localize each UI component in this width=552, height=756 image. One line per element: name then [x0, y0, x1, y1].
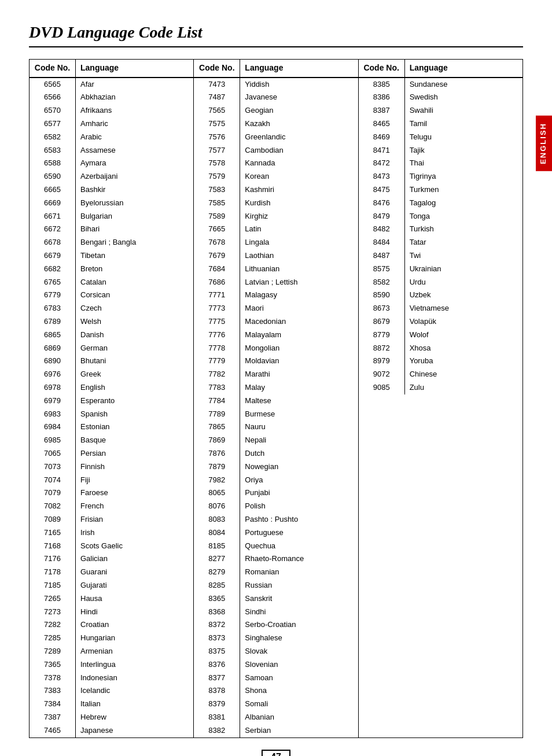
table-row: 6978English	[30, 381, 193, 394]
language-cell: Czech	[76, 302, 193, 315]
table-row: 7576Greenlandic	[194, 131, 358, 144]
table-row: 6789Welsh	[30, 315, 193, 329]
code-cell: 8473	[359, 170, 405, 183]
language-cell: Persian	[76, 447, 193, 460]
code-cell: 7678	[194, 236, 240, 249]
code-cell: 7565	[194, 104, 240, 117]
language-cell: Romanian	[240, 566, 358, 579]
language-cell: Swedish	[405, 91, 522, 104]
table-row: 7082French	[30, 500, 193, 513]
table-row: 6583Assamese	[30, 144, 193, 157]
table-row: 7575Kazakh	[194, 117, 358, 131]
language-cell: Latin	[240, 223, 358, 236]
code-cell: 7285	[30, 632, 76, 645]
table-row: 8487Twi	[359, 249, 522, 263]
language-cell: Basque	[76, 434, 193, 447]
table-row: 7686Latvian ; Lettish	[194, 276, 358, 289]
table-row: 7285Hungarian	[30, 632, 193, 645]
table-row: 7465Japanese	[30, 724, 193, 737]
language-cell: Galician	[76, 552, 193, 566]
code-cell: 8279	[194, 566, 240, 579]
code-cell: 6779	[30, 289, 76, 302]
language-cell: Tigrinya	[405, 170, 522, 183]
code-cell: 8382	[194, 724, 240, 737]
table-row: 7665Latin	[194, 223, 358, 236]
code-cell: 6985	[30, 434, 76, 447]
code-cell: 7876	[194, 447, 240, 460]
table-row: 6869German	[30, 342, 193, 355]
table-row: 6985Basque	[30, 434, 193, 447]
table-row: 7583Kashmiri	[194, 183, 358, 197]
table-row: 8076Polish	[194, 500, 358, 513]
header-lang-3: Language	[405, 60, 522, 77]
table-row: 7079Faroese	[30, 486, 193, 500]
code-cell: 7384	[30, 698, 76, 711]
language-cell: Slovenian	[240, 658, 358, 672]
table-row: 7273Hindi	[30, 606, 193, 619]
code-cell: 8779	[359, 329, 405, 342]
table-row: 6983Spanish	[30, 408, 193, 421]
code-cell: 6679	[30, 249, 76, 263]
language-cell: Bengari ; Bangla	[76, 236, 193, 249]
language-cell: Ukrainian	[405, 263, 522, 276]
language-cell: Marathi	[240, 368, 358, 381]
language-cell: Lingala	[240, 236, 358, 249]
code-cell: 7576	[194, 131, 240, 144]
code-cell: 7686	[194, 276, 240, 289]
code-cell: 7168	[30, 540, 76, 553]
language-cell: Turkmen	[405, 183, 522, 197]
column-group-1: Code No. Language 6565Afar6566Abkhazian6…	[30, 60, 194, 737]
code-cell: 8083	[194, 513, 240, 526]
code-cell: 8076	[194, 500, 240, 513]
table-row: 8379Somali	[194, 698, 358, 711]
code-cell: 8365	[194, 592, 240, 606]
code-cell: 7789	[194, 408, 240, 421]
language-cell: Nepali	[240, 434, 358, 447]
language-cell: Frisian	[76, 513, 193, 526]
language-cell: Kannada	[240, 157, 358, 170]
language-cell: Hausa	[76, 592, 193, 606]
language-cell: Swahili	[405, 104, 522, 117]
table-row: 7384Italian	[30, 698, 193, 711]
table-row: 8386Swedish	[359, 91, 522, 104]
language-cell: English	[76, 381, 193, 394]
language-cell: Polish	[240, 500, 358, 513]
code-cell: 7684	[194, 263, 240, 276]
language-cell: Hebrew	[76, 711, 193, 724]
code-cell: 6978	[30, 381, 76, 394]
code-cell: 8285	[194, 579, 240, 592]
code-cell: 9085	[359, 381, 405, 394]
language-cell: Greek	[76, 368, 193, 381]
language-cell: Laothian	[240, 249, 358, 263]
code-cell: 7465	[30, 724, 76, 737]
language-cell: Zulu	[405, 381, 522, 394]
code-cell: 6869	[30, 342, 76, 355]
language-cell: Breton	[76, 263, 193, 276]
language-cell: Assamese	[76, 144, 193, 157]
table-row: 8872Xhosa	[359, 342, 522, 355]
language-cell: Thai	[405, 157, 522, 170]
header-code-3: Code No.	[359, 60, 405, 77]
code-cell: 6582	[30, 131, 76, 144]
language-cell: Corsican	[76, 289, 193, 302]
code-cell: 6570	[30, 104, 76, 117]
code-cell: 6983	[30, 408, 76, 421]
code-cell: 7865	[194, 421, 240, 434]
language-cell: Yiddish	[240, 78, 358, 91]
table-row: 7473Yiddish	[194, 78, 358, 91]
code-cell: 8484	[359, 236, 405, 249]
column-group-2: Code No. Language 7473Yiddish7487Javanes…	[194, 60, 358, 737]
code-cell: 6665	[30, 183, 76, 197]
code-cell: 8386	[359, 91, 405, 104]
language-cell: Sanskrit	[240, 592, 358, 606]
language-cell: Azerbaijani	[76, 170, 193, 183]
table-row: 7487Javanese	[194, 91, 358, 104]
code-cell: 7089	[30, 513, 76, 526]
language-cell: Japanese	[76, 724, 193, 737]
language-cell: Kazakh	[240, 117, 358, 131]
header-code-2: Code No.	[194, 60, 240, 77]
code-cell: 6984	[30, 421, 76, 434]
code-cell: 8084	[194, 526, 240, 540]
table-row: 7784Maltese	[194, 394, 358, 408]
language-cell: Somali	[240, 698, 358, 711]
